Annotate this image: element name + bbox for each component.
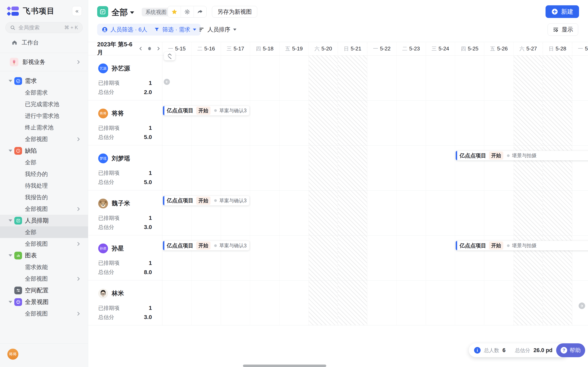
phase-dot-icon	[214, 199, 217, 202]
date-label: 日5-28	[543, 42, 572, 55]
person-score-row: 总估分5.0	[98, 134, 152, 141]
sidebar-item-label: 全部需求	[25, 89, 48, 97]
sidebar-item-0-0[interactable]: 全部需求	[0, 87, 88, 98]
sidebar-item-2-1[interactable]: 全部视图	[0, 238, 88, 250]
date-column-5-17: 三5-17	[221, 42, 250, 325]
sidebar-item-1-1[interactable]: 我经办的	[0, 168, 88, 180]
sidebar-item-label: 全部视图	[25, 240, 48, 248]
phase-dot-icon	[214, 244, 217, 247]
date-column-5-21: 日5-21	[338, 42, 367, 325]
task-bar-2[interactable]: 亿点点项目开始草案与确认3	[163, 196, 250, 206]
view-calendar-icon	[97, 6, 108, 17]
task-stage-badge: 开始	[196, 197, 210, 205]
sidebar-item-1-2[interactable]: 待我处理	[0, 180, 88, 192]
date-column-5-16: 二5-16	[192, 42, 221, 325]
help-button[interactable]: ? 帮助	[556, 343, 585, 357]
scheduled-value: 1	[149, 170, 152, 176]
person-icon	[102, 26, 108, 33]
sidebar-item-1-3[interactable]: 我报告的	[0, 192, 88, 203]
sidebar-item-label: 全部	[25, 228, 36, 236]
task-phase: 堪景与拍摄	[512, 152, 537, 159]
avatar[interactable]: 将将	[98, 108, 108, 118]
sidebar-item-3-0[interactable]: 需求效能	[0, 261, 88, 273]
task-bar-1[interactable]: 亿点点项目开始堪景与拍摄	[455, 151, 588, 160]
view-title-caret-icon[interactable]	[130, 11, 134, 14]
sidebar-item-0-4[interactable]: 全部视图	[0, 133, 88, 145]
person-name-row: 将将将将	[98, 108, 124, 118]
avatar[interactable]	[98, 199, 108, 209]
view-settings-button[interactable]	[181, 6, 193, 17]
task-project-name: 亿点点项目	[460, 242, 486, 249]
task-bar-4[interactable]: 亿点点项目开始堪景与拍摄	[455, 241, 588, 250]
score-value: 2.0	[144, 89, 152, 96]
task-project-name: 亿点点项目	[167, 242, 193, 249]
people-filter-button[interactable]: 人员筛选 · 6人	[97, 24, 158, 35]
avatar[interactable]	[98, 289, 108, 298]
sidebar-item-5-0[interactable]: 全部视图	[0, 308, 88, 319]
save-as-new-view-button[interactable]: 另存为新视图	[212, 6, 257, 17]
avatar[interactable]: 艺源	[98, 64, 108, 73]
sidebar-item-workbench[interactable]: 工作台	[0, 37, 88, 48]
condition-filter-button[interactable]: 筛选 · 需求	[150, 24, 201, 35]
person-name-row: 梦瑶刘梦瑶	[98, 153, 130, 163]
info-icon: i	[474, 347, 481, 353]
create-button[interactable]: 新建	[546, 5, 579, 18]
sidebar-item-label: 全部视图	[25, 310, 48, 317]
search-shortcut: ⌘ + K	[64, 25, 78, 30]
display-button[interactable]: 显示	[547, 24, 578, 36]
avatar[interactable]: 孙星	[98, 243, 108, 253]
sidebar-item-1-4[interactable]: 全部视图	[0, 203, 88, 215]
sidebar-item-0-1[interactable]: 已完成需求池	[0, 98, 88, 110]
date-column-5-26: 五5-26	[484, 42, 513, 325]
date-label: 四5-18	[250, 42, 279, 55]
person-name: 孙艺源	[112, 64, 130, 73]
person-name-row: 林米	[98, 289, 124, 298]
today-button[interactable]	[146, 45, 153, 52]
sidebar-item-3-1[interactable]: 全部视图	[0, 273, 88, 284]
task-phase: 草案与确认	[219, 242, 244, 249]
score-value: 8.0	[144, 269, 152, 275]
sort-button[interactable]: 人员排序	[198, 24, 236, 35]
score-value: 5.0	[144, 134, 152, 141]
score-value: 3.0	[144, 314, 152, 320]
sidebar-item-1-0[interactable]: 全部	[0, 157, 88, 168]
sidebar-section-4[interactable]: 空间配置	[0, 284, 88, 296]
horizontal-scrollbar[interactable]	[243, 365, 326, 367]
chevron-right-icon	[76, 206, 81, 212]
sidebar-item-0-3[interactable]: 终止需求池	[0, 122, 88, 133]
sidebar-section-0[interactable]: 需求	[0, 75, 88, 87]
prev-period-button[interactable]	[137, 45, 144, 52]
task-bar-3[interactable]: 亿点点项目开始草案与确认3	[163, 241, 250, 250]
search-input[interactable]: 全局搜索 ⌘ + K	[5, 22, 83, 33]
task-count: 3	[244, 108, 247, 114]
sidebar-section-1[interactable]: 缺陷	[0, 145, 88, 157]
scroll-to-task-left-button[interactable]	[164, 79, 170, 85]
avatar[interactable]: 梦瑶	[98, 153, 108, 163]
row-expand-button[interactable]	[164, 52, 175, 60]
sidebar-item-label: 我报告的	[25, 193, 48, 201]
favorite-star-button[interactable]	[168, 6, 181, 17]
task-stage-badge: 开始	[196, 242, 210, 250]
scheduled-label: 已排期项	[98, 169, 119, 176]
sidebar-item-2-0[interactable]: 全部	[0, 226, 88, 238]
sidebar-section-5[interactable]: 全景视图	[0, 296, 88, 308]
date-label: 六5-27	[514, 42, 543, 55]
share-button[interactable]	[193, 6, 206, 17]
sidebar-collapse-button[interactable]: «	[72, 6, 82, 16]
task-stage-badge: 开始	[489, 151, 503, 160]
scheduled-label: 已排期项	[98, 215, 119, 222]
view-title[interactable]: 全部	[111, 7, 128, 18]
scroll-to-task-right-button[interactable]	[579, 302, 585, 309]
person-name: 将将	[112, 109, 124, 117]
chevron-right-icon	[76, 241, 81, 247]
next-period-button[interactable]	[155, 45, 162, 52]
current-user-avatar[interactable]: 将将	[7, 349, 18, 360]
sidebar-item-0-2[interactable]: 进行中需求池	[0, 110, 88, 122]
caret-down-icon	[8, 219, 12, 222]
person-score-row: 总估分5.0	[98, 179, 152, 186]
sidebar-section-2[interactable]: 人员排期	[0, 215, 88, 226]
sidebar-item-space[interactable]: 影视业务	[0, 56, 88, 69]
person-card-魏子米: 魏子米已排期项1总估分3.0	[88, 191, 162, 235]
task-bar-0[interactable]: 亿点点项目开始草案与确认3	[163, 106, 250, 116]
sidebar-section-3[interactable]: 图表	[0, 250, 88, 261]
